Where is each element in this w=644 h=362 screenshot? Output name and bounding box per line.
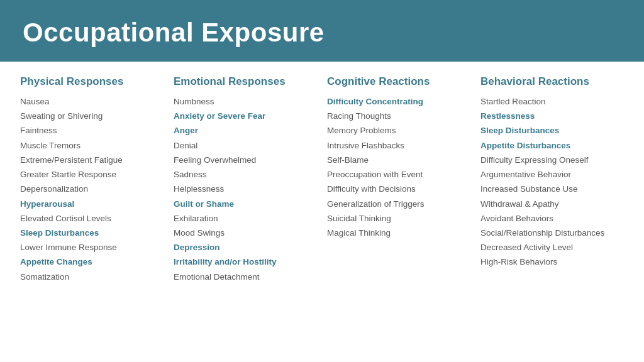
list-item: Argumentative Behavior [480, 167, 624, 182]
list-item: Sleep Disturbances [480, 123, 624, 138]
list-item: Preoccupation with Event [327, 167, 470, 182]
column-physical: Physical ResponsesNauseaSweating or Shiv… [15, 75, 169, 284]
list-item: Racing Thoughts [327, 109, 470, 123]
list-item: Magical Thinking [327, 226, 470, 240]
list-item: Restlessness [480, 109, 624, 123]
list-item: High-Risk Behaviors [480, 255, 624, 269]
list-item: Numbness [174, 94, 317, 109]
list-item: Hyperarousal [20, 197, 164, 211]
column-emotional: Emotional ResponsesNumbnessAnxiety or Se… [169, 75, 322, 284]
page-title: Occupational Exposure [23, 18, 621, 48]
list-item: Social/Relationship Disturbances [480, 226, 624, 240]
list-item: Greater Startle Response [20, 167, 164, 182]
content-section: Physical ResponsesNauseaSweating or Shiv… [0, 62, 644, 294]
list-item: Anger [174, 123, 317, 138]
list-item: Exhilaration [174, 211, 317, 226]
list-item: Difficulty with Decisions [327, 182, 470, 196]
list-item: Guilt or Shame [174, 197, 317, 211]
list-item: Irritability and/or Hostility [174, 255, 317, 269]
list-item: Feeling Overwhelmed [174, 153, 317, 167]
column-header-emotional: Emotional Responses [174, 75, 317, 88]
list-item: Anxiety or Severe Fear [174, 109, 317, 123]
list-item: Increased Substance Use [480, 182, 624, 196]
list-item: Decreased Activity Level [480, 240, 624, 255]
list-item: Suicidal Thinking [327, 211, 470, 226]
page-wrapper: Occupational Exposure Physical Responses… [0, 0, 644, 294]
list-item: Denial [174, 138, 317, 153]
list-item: Somatization [20, 270, 164, 284]
list-item: Helplessness [174, 182, 317, 196]
list-item: Avoidant Behaviors [480, 211, 624, 226]
list-item: Startled Reaction [480, 94, 624, 109]
list-item: Memory Problems [327, 123, 470, 138]
list-item: Elevated Cortisol Levels [20, 211, 164, 226]
list-item: Difficulty Concentrating [327, 94, 470, 109]
column-header-behavioral: Behavioral Reactions [480, 75, 624, 88]
list-item: Generalization of Triggers [327, 197, 470, 211]
list-item: Difficulty Expressing Oneself [480, 153, 624, 167]
list-item: Intrusive Flashbacks [327, 138, 470, 153]
list-item: Appetite Changes [20, 255, 164, 269]
column-cognitive: Cognitive ReactionsDifficulty Concentrat… [322, 75, 475, 284]
column-behavioral: Behavioral ReactionsStartled ReactionRes… [475, 75, 629, 284]
list-item: Depression [174, 240, 317, 255]
list-item: Mood Swings [174, 226, 317, 240]
list-item: Muscle Tremors [20, 138, 164, 153]
list-item: Faintness [20, 123, 164, 138]
list-item: Withdrawal & Apathy [480, 197, 624, 211]
header-section: Occupational Exposure [0, 0, 644, 62]
list-item: Sweating or Shivering [20, 109, 164, 123]
list-item: Sadness [174, 167, 317, 182]
list-item: Nausea [20, 94, 164, 109]
list-item: Self-Blame [327, 153, 470, 167]
column-header-cognitive: Cognitive Reactions [327, 75, 470, 88]
list-item: Appetite Disturbances [480, 138, 624, 153]
list-item: Depersonalization [20, 182, 164, 196]
list-item: Sleep Disturbances [20, 226, 164, 240]
list-item: Extreme/Persistent Fatigue [20, 153, 164, 167]
list-item: Emotional Detachment [174, 270, 317, 284]
column-header-physical: Physical Responses [20, 75, 164, 88]
list-item: Lower Immune Response [20, 240, 164, 255]
